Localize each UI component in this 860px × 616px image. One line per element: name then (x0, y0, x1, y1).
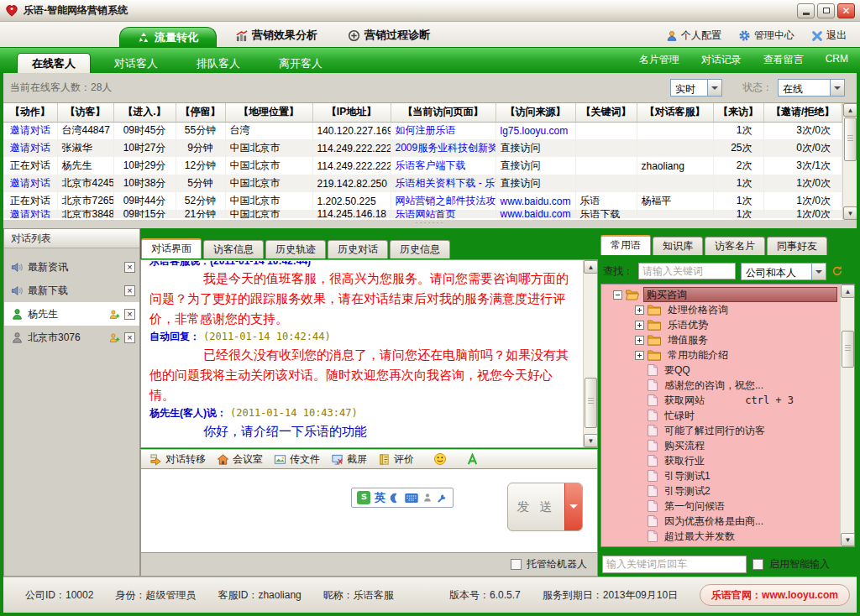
toolbar-button[interactable]: 截屏 (327, 451, 371, 467)
toolbar-button[interactable]: 对话转移 (145, 451, 210, 467)
nav-action[interactable]: 退出 (811, 29, 847, 43)
scope-select[interactable]: 公司和本人 (741, 263, 826, 280)
chat-tab[interactable]: 对话界面 (141, 238, 202, 258)
phrases-tab[interactable]: 同事好友 (767, 237, 827, 255)
tree-item[interactable]: 超过最大并发数 (603, 529, 837, 544)
chevron-down-icon[interactable] (811, 264, 826, 279)
tree-item[interactable]: 要QQ (603, 363, 837, 378)
sogou-icon[interactable] (357, 491, 370, 504)
toolbar-button[interactable]: 评价 (374, 451, 418, 467)
tree-item[interactable]: 感谢您的咨询，祝您... (603, 378, 837, 393)
chevron-down-icon[interactable] (707, 80, 721, 96)
chat-list-item[interactable]: 最新下载× (4, 279, 139, 302)
toolbar-button[interactable]: 传文件 (270, 451, 324, 467)
invite-icon[interactable] (109, 332, 120, 343)
refresh-icon[interactable] (831, 265, 843, 277)
moon-icon[interactable] (390, 493, 401, 504)
close-button[interactable]: ✕ (837, 3, 855, 18)
scrollbar-thumb[interactable] (842, 331, 854, 368)
scrollbar-thumb[interactable] (844, 117, 857, 161)
tree-expander-icon[interactable] (613, 290, 622, 300)
column-header[interactable]: 【访客】 (57, 103, 113, 122)
robot-checkbox[interactable] (511, 559, 522, 570)
tree-expander-icon[interactable] (635, 321, 644, 330)
column-header[interactable]: 【停留】 (176, 103, 225, 122)
close-chat-icon[interactable]: × (124, 285, 135, 296)
visitor-tab[interactable]: 对话客人 (99, 55, 173, 73)
message-input-area[interactable]: 英 发 送 (140, 469, 598, 553)
restore-button[interactable] (817, 3, 835, 18)
close-chat-icon[interactable]: × (124, 332, 135, 343)
tree-expander-icon[interactable] (635, 336, 644, 345)
tree-item[interactable]: 因为优惠价格是由商... (603, 514, 837, 529)
scrollbar-thumb[interactable] (585, 378, 597, 428)
chat-scrollbar[interactable]: ▲ ▼ (583, 260, 597, 447)
send-options-dropdown[interactable] (564, 483, 582, 530)
visitor-row[interactable]: 邀请对话张淑华10时27分9分钟中国北京市114.249.222.2222009… (3, 139, 842, 157)
visitor-row[interactable]: 邀请对话北京市384809时15分21分钟中国北京市114.245.146.18… (3, 210, 842, 218)
tree-item[interactable]: 获取行业 (603, 453, 837, 468)
topbar-link[interactable]: CRM (826, 53, 848, 67)
chevron-down-icon[interactable] (830, 80, 844, 96)
visitor-row[interactable]: 邀请对话北京市424510时38分5分钟中国北京市219.142.82.250乐… (3, 175, 842, 192)
nav-action[interactable]: 管理中心 (738, 29, 794, 43)
column-header[interactable]: 【来访】 (713, 103, 763, 122)
tree-item[interactable]: 增值服务 (603, 332, 837, 347)
status-select[interactable]: 在线 (778, 79, 845, 97)
scroll-down-icon[interactable]: ▼ (584, 434, 598, 447)
tree-item[interactable]: 购买流程 (603, 438, 837, 453)
toolbar-button[interactable]: 会议室 (212, 451, 267, 467)
topbar-link[interactable]: 对话记录 (701, 53, 742, 67)
close-chat-icon[interactable]: × (124, 309, 135, 320)
phrase-quick-input[interactable] (602, 556, 747, 573)
official-site-link[interactable]: 乐语官网：www.looyu.com (700, 584, 850, 606)
visitor-row[interactable]: 正在对话北京市726509时44分52分钟中国北京市1.202.50.225网站… (3, 192, 842, 210)
nav-tab[interactable]: 营销过程诊断 (348, 28, 430, 43)
tree-item[interactable]: 乐语优势 (603, 317, 837, 332)
chat-tab[interactable]: 历史轨迹 (265, 240, 326, 258)
chat-list-item[interactable]: 最新资讯× (4, 255, 139, 279)
table-scrollbar[interactable]: ▲ ▼ (842, 103, 857, 220)
tree-expander-icon[interactable] (635, 305, 644, 315)
column-header[interactable]: 【地理位置】 (225, 103, 312, 122)
tree-item[interactable]: 常用功能介绍 (603, 347, 837, 363)
scroll-up-icon[interactable]: ▲ (841, 285, 855, 298)
chat-list-item[interactable]: 北京市3076× (4, 326, 139, 349)
tree-item[interactable]: 可能了解过同行的访客 (603, 423, 837, 438)
visitor-tab[interactable]: 在线客人 (17, 53, 91, 73)
close-chat-icon[interactable]: × (124, 262, 135, 273)
visitor-tab[interactable]: 离开客人 (264, 55, 338, 73)
tab-traffic-conversion[interactable]: 流量转化 (119, 27, 217, 48)
scroll-up-icon[interactable]: ▲ (843, 103, 857, 117)
phrases-tab[interactable]: 访客名片 (705, 237, 765, 255)
topbar-link[interactable]: 名片管理 (639, 53, 679, 67)
splitter-handle[interactable]: ······· (3, 220, 857, 228)
chat-tab[interactable]: 历史信息 (390, 240, 450, 258)
column-header[interactable]: 【IP地址】 (312, 103, 391, 122)
tree-item[interactable]: 第一句问候语 (603, 499, 837, 514)
tree-item[interactable]: 引导测试2 (603, 483, 837, 499)
tree-item[interactable]: 引导测试1 (603, 468, 837, 483)
tree-scrollbar[interactable]: ▲ ▼ (840, 285, 854, 546)
column-header[interactable]: 【进入.】 (113, 103, 176, 122)
phrases-tab[interactable]: 知识库 (653, 237, 703, 255)
toolbar-button[interactable] (462, 451, 483, 467)
visitor-tab[interactable]: 排队客人 (181, 55, 255, 73)
chat-tab[interactable]: 访客信息 (203, 240, 264, 258)
chat-list-item[interactable]: 杨先生× (4, 302, 139, 326)
scroll-down-icon[interactable]: ▼ (841, 533, 855, 546)
column-header[interactable]: 【关键词】 (575, 103, 637, 122)
tree-item[interactable]: 获取网站ctrl + 3 (603, 393, 837, 408)
column-header[interactable]: 【邀请/拒绝】 (763, 103, 842, 122)
nav-action[interactable]: 个人配置 (666, 29, 721, 43)
minimize-button[interactable] (797, 3, 815, 18)
phrases-tab[interactable]: 常用语 (600, 235, 651, 255)
tree-item[interactable]: 处理价格咨询 (603, 302, 837, 317)
topbar-link[interactable]: 查看留言 (763, 53, 804, 67)
period-select[interactable]: 实时 (670, 79, 722, 97)
column-header[interactable]: 【访问来源】 (496, 103, 575, 122)
ime-language-toggle[interactable]: 英 (375, 490, 385, 505)
tree-item[interactable]: 忙碌时 (603, 408, 837, 423)
nav-tab[interactable]: 营销效果分析 (235, 28, 317, 43)
scroll-down-icon[interactable]: ▼ (843, 206, 857, 220)
